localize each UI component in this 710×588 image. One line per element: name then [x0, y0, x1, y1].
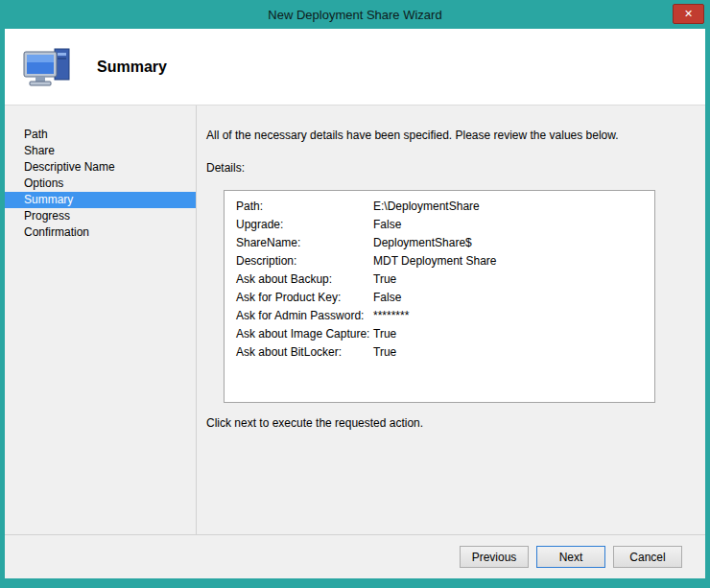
sidebar-item-share[interactable]: Share: [5, 143, 196, 159]
wizard-steps: Path Share Descriptive Name Options Summ…: [5, 106, 197, 534]
sidebar-item-summary[interactable]: Summary: [5, 192, 196, 208]
detail-key: ShareName:: [236, 234, 373, 252]
intro-text: All of the necessary details have been s…: [206, 129, 705, 142]
detail-key: Path:: [236, 198, 373, 216]
detail-row-ask-backup: Ask about Backup: True: [236, 270, 643, 289]
detail-row-upgrade: Upgrade: False: [236, 216, 643, 234]
detail-key: Ask about Backup:: [236, 270, 373, 289]
window-title: New Deployment Share Wizard: [268, 8, 441, 22]
detail-value: True: [373, 343, 396, 362]
sidebar-item-options[interactable]: Options: [5, 176, 196, 192]
footer-note: Click next to execute the requested acti…: [206, 416, 705, 430]
cancel-button[interactable]: Cancel: [613, 546, 682, 568]
details-label: Details:: [206, 161, 705, 175]
sidebar-item-descriptive-name[interactable]: Descriptive Name: [5, 159, 196, 176]
detail-key: Ask about Image Capture:: [236, 325, 373, 343]
detail-value: False: [373, 289, 401, 307]
window-body: Summary Path Share Descriptive Name Opti…: [5, 29, 705, 578]
page-title: Summary: [97, 59, 167, 76]
detail-value: MDT Deployment Share: [373, 252, 497, 270]
detail-value: False: [373, 216, 401, 234]
detail-row-path: Path: E:\DeploymentShare: [236, 198, 643, 216]
detail-key: Upgrade:: [236, 216, 373, 234]
detail-row-description: Description: MDT Deployment Share: [236, 252, 643, 270]
computer-icon: [22, 44, 74, 90]
wizard-window: New Deployment Share Wizard ✕ Summary: [0, 0, 710, 588]
button-bar: Previous Next Cancel: [5, 534, 705, 578]
sidebar-item-path[interactable]: Path: [5, 127, 196, 143]
details-box: Path: E:\DeploymentShare Upgrade: False …: [224, 190, 655, 403]
previous-button[interactable]: Previous: [460, 546, 529, 568]
detail-row-ask-product-key: Ask for Product Key: False: [236, 289, 643, 307]
close-button[interactable]: ✕: [673, 4, 704, 24]
sidebar-item-progress[interactable]: Progress: [5, 208, 196, 224]
detail-row-ask-bitlocker: Ask about BitLocker: True: [236, 343, 643, 362]
detail-key: Ask for Admin Password:: [236, 307, 373, 325]
detail-key: Ask for Product Key:: [236, 289, 373, 307]
detail-key: Description:: [236, 252, 373, 270]
detail-value: True: [373, 325, 396, 343]
titlebar[interactable]: New Deployment Share Wizard ✕: [0, 0, 710, 29]
detail-value: DeploymentShare$: [373, 234, 472, 252]
wizard-header: Summary: [5, 29, 705, 106]
sidebar-item-confirmation[interactable]: Confirmation: [5, 224, 196, 241]
wizard-content-area: Path Share Descriptive Name Options Summ…: [5, 106, 705, 534]
detail-row-ask-admin-password: Ask for Admin Password: ********: [236, 307, 643, 325]
detail-row-ask-image-capture: Ask about Image Capture: True: [236, 325, 643, 343]
detail-key: Ask about BitLocker:: [236, 343, 373, 362]
summary-page: All of the necessary details have been s…: [197, 106, 705, 534]
detail-value: E:\DeploymentShare: [373, 198, 480, 216]
detail-value: True: [373, 270, 396, 289]
close-icon: ✕: [684, 9, 693, 19]
next-button[interactable]: Next: [536, 546, 605, 568]
detail-value: ********: [373, 307, 409, 325]
detail-row-sharename: ShareName: DeploymentShare$: [236, 234, 643, 252]
